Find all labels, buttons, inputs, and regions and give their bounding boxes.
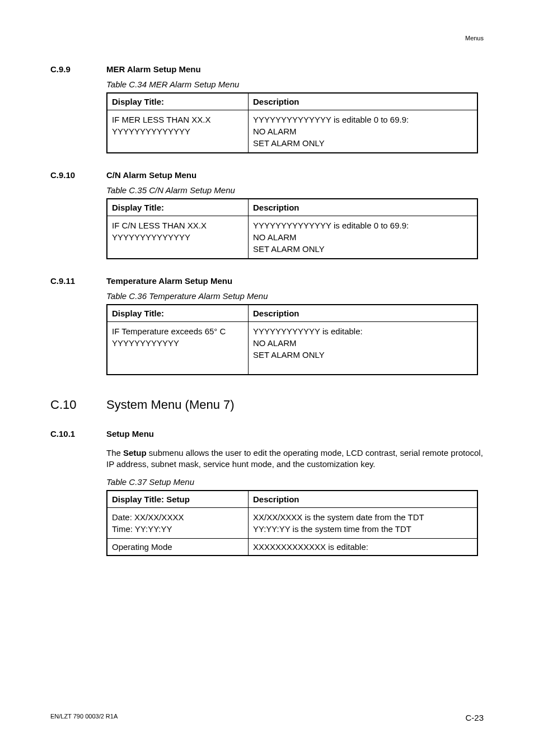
cell-text: Operating Mode — [107, 538, 249, 556]
cell-text: NO ALARM — [253, 125, 472, 137]
table-caption: Table C.34 MER Alarm Setup Menu — [106, 80, 484, 89]
cell-text: SET ALARM ONLY — [253, 243, 472, 255]
para-text: The — [106, 448, 123, 458]
setup-menu-table: Display Title: Setup Description Date: X… — [106, 490, 478, 556]
table-row: IF MER LESS THAN XX.X YYYYYYYYYYYYYY YYY… — [107, 110, 477, 153]
table-caption: Table C.36 Temperature Alarm Setup Menu — [106, 291, 484, 301]
section-number: C.9.10 — [50, 170, 106, 180]
para-text: submenu allows the user to edit the oper… — [106, 448, 483, 469]
cell-text: YYYYYYYYYYYYYY — [112, 125, 243, 137]
cell-text: Date: XX/XX/XXXX — [112, 511, 243, 523]
section-c911-heading: C.9.11 Temperature Alarm Setup Menu — [50, 276, 484, 286]
section-c910-heading: C.9.10 C/N Alarm Setup Menu — [50, 170, 484, 180]
table-header-cell: Description — [249, 305, 478, 322]
cell-text: YYYYYYYYYYYY — [112, 337, 243, 349]
section-title: C/N Alarm Setup Menu — [106, 170, 196, 180]
section-title: Temperature Alarm Setup Menu — [106, 276, 232, 286]
paragraph: The Setup submenu allows the user to edi… — [106, 447, 484, 470]
table-header-cell: Description — [249, 199, 478, 216]
table-header-cell: Description — [249, 93, 478, 110]
table-header-cell: Display Title: — [107, 93, 249, 110]
para-bold: Setup — [123, 448, 147, 458]
table-row: Operating Mode XXXXXXXXXXXXX is editable… — [107, 538, 477, 556]
table-header-cell: Description — [249, 491, 478, 508]
cell-text: NO ALARM — [253, 231, 472, 243]
temperature-alarm-table: Display Title: Description IF Temperatur… — [106, 304, 478, 375]
section-number: C.10 — [50, 398, 106, 412]
cell-text: SET ALARM ONLY — [253, 349, 472, 361]
section-title: Setup Menu — [106, 429, 154, 438]
table-row: Date: XX/XX/XXXX Time: YY:YY:YY XX/XX/XX… — [107, 507, 477, 538]
cell-text: NO ALARM — [253, 337, 472, 349]
page-footer: EN/LZT 790 0003/2 R1A C-23 — [50, 713, 484, 722]
table-caption: Table C.37 Setup Menu — [106, 477, 484, 487]
section-c101-heading: C.10.1 Setup Menu — [50, 429, 484, 438]
table-header-cell: Display Title: — [107, 199, 249, 216]
section-c99-heading: C.9.9 MER Alarm Setup Menu — [50, 64, 484, 74]
cell-text: YY:YY:YY is the system time from the TDT — [253, 523, 472, 535]
section-number: C.9.9 — [50, 64, 106, 74]
mer-alarm-table: Display Title: Description IF MER LESS T… — [106, 92, 478, 153]
page-header-right: Menus — [465, 35, 484, 41]
table-caption: Table C.35 C/N Alarm Setup Menu — [106, 185, 484, 195]
cn-alarm-table: Display Title: Description IF C/N LESS T… — [106, 198, 478, 259]
footer-doc-id: EN/LZT 790 0003/2 R1A — [50, 713, 118, 722]
section-title: MER Alarm Setup Menu — [106, 64, 201, 74]
cell-text: SET ALARM ONLY — [253, 137, 472, 149]
table-row: IF Temperature exceeds 65° C YYYYYYYYYYY… — [107, 322, 477, 375]
section-title: System Menu (Menu 7) — [106, 398, 235, 412]
cell-text: IF C/N LESS THAN XX.X — [112, 220, 243, 231]
cell-text: XXXXXXXXXXXXX is editable: — [249, 538, 478, 556]
footer-page-number: C-23 — [465, 713, 484, 722]
table-header-cell: Display Title: Setup — [107, 491, 249, 508]
cell-text: YYYYYYYYYYYYYY is editable 0 to 69.9: — [253, 114, 472, 125]
cell-text: IF Temperature exceeds 65° C — [112, 325, 243, 337]
section-number: C.9.11 — [50, 276, 106, 286]
table-row: IF C/N LESS THAN XX.X YYYYYYYYYYYYYY YYY… — [107, 216, 477, 259]
table-header-cell: Display Title: — [107, 305, 249, 322]
section-c10-heading: C.10 System Menu (Menu 7) — [50, 398, 484, 412]
cell-text: YYYYYYYYYYYYYY is editable 0 to 69.9: — [253, 220, 472, 231]
cell-text: Time: YY:YY:YY — [112, 523, 243, 535]
cell-text: YYYYYYYYYYYYYY — [112, 231, 243, 243]
cell-text: YYYYYYYYYYYY is editable: — [253, 325, 472, 337]
cell-text: XX/XX/XXXX is the system date from the T… — [253, 511, 472, 523]
section-number: C.10.1 — [50, 429, 106, 438]
cell-text: IF MER LESS THAN XX.X — [112, 114, 243, 125]
